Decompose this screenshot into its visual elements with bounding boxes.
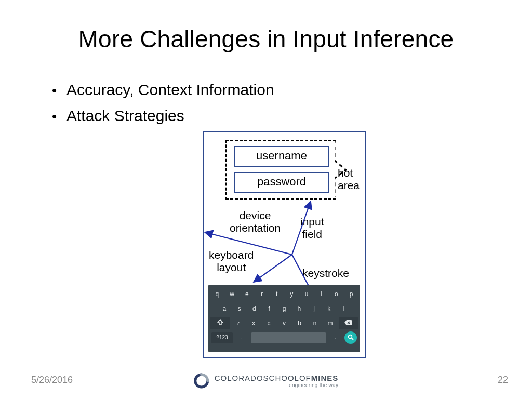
keyboard-row: q w e r t y u i o p (208, 288, 360, 300)
key: h (292, 302, 306, 315)
svg-line-2 (254, 255, 292, 282)
key: o (330, 288, 343, 300)
key: e (240, 288, 254, 300)
bullet-text: Accuracy, Context Information (66, 81, 274, 99)
diagram-phone-frame: username password hot area device orient… (203, 131, 366, 358)
search-key (344, 331, 357, 344)
keyboard-row: ?123 , . (208, 331, 360, 344)
label-line: keyboard (209, 249, 254, 261)
key: r (255, 288, 269, 300)
symbols-key: ?123 (211, 332, 233, 343)
key: k (322, 302, 336, 315)
bullet-dot-icon: • (52, 81, 66, 100)
key: j (308, 302, 321, 315)
org-tagline: engineering the way (215, 383, 339, 388)
key: f (262, 302, 276, 315)
shift-key (210, 317, 230, 329)
key: a (218, 302, 231, 315)
footer-logo-text: COLORADOSCHOOLOFMINES engineering the wa… (215, 374, 339, 388)
key: m (323, 317, 337, 329)
label-device-orientation: device orientation (230, 209, 281, 234)
label-line: layout (217, 261, 246, 273)
org-name-part: COLORADO (215, 374, 263, 382)
password-field: password (234, 172, 329, 193)
footer-logo: COLORADOSCHOOLOFMINES engineering the wa… (194, 373, 339, 389)
period-key: . (329, 332, 342, 343)
key: n (308, 317, 322, 329)
footer-page-number: 22 (498, 375, 508, 385)
key: w (225, 288, 239, 300)
key: c (262, 317, 276, 329)
svg-line-5 (352, 338, 353, 340)
keyboard-mock: q w e r t y u i o p a s d f g h j k l (208, 285, 360, 352)
label-line: input (300, 216, 324, 228)
slide-title: More Challenges in Input Inference (0, 25, 532, 53)
spacebar-key (251, 332, 326, 343)
key: g (277, 302, 291, 315)
backspace-icon (344, 317, 352, 329)
comma-key: , (235, 332, 248, 343)
key: s (233, 302, 246, 315)
label-line: area (338, 179, 360, 191)
search-icon (348, 333, 354, 342)
key: d (248, 302, 261, 315)
bullet-dot-icon: • (52, 107, 66, 126)
label-line: hot (338, 167, 353, 179)
label-input-field: input field (300, 216, 324, 241)
label-line: device (240, 209, 271, 221)
key: b (292, 317, 307, 329)
bullet-item: • Attack Strategies (52, 107, 274, 126)
key: q (210, 288, 224, 300)
footer-date: 5/26/2016 (31, 375, 73, 385)
label-hot-area: hot area (338, 167, 360, 192)
key: u (300, 288, 313, 300)
key: l (337, 302, 351, 315)
shift-icon (217, 317, 223, 329)
label-line: orientation (230, 222, 281, 234)
label-keyboard-layout: keyboard layout (209, 249, 254, 274)
org-name-part: SCHOOLOF (263, 374, 311, 382)
org-name-part: MINES (311, 374, 339, 382)
mines-logo-icon (194, 373, 209, 389)
keyboard-row: z x c v b n m (208, 317, 360, 329)
bullet-text: Attack Strategies (66, 107, 184, 125)
key: z (231, 317, 245, 329)
backspace-key (339, 317, 358, 329)
key: i (315, 288, 328, 300)
label-line: field (302, 228, 323, 240)
key: v (277, 317, 291, 329)
key: p (344, 288, 358, 300)
bullet-item: • Accuracy, Context Information (52, 81, 274, 100)
keyboard-row: a s d f g h j k l (208, 302, 360, 315)
key: x (247, 317, 261, 329)
key: y (285, 288, 299, 300)
bullet-list: • Accuracy, Context Information • Attack… (52, 81, 274, 133)
label-keystroke: keystroke (302, 267, 349, 280)
username-field: username (234, 146, 329, 167)
svg-point-4 (349, 335, 352, 339)
key: t (270, 288, 284, 300)
